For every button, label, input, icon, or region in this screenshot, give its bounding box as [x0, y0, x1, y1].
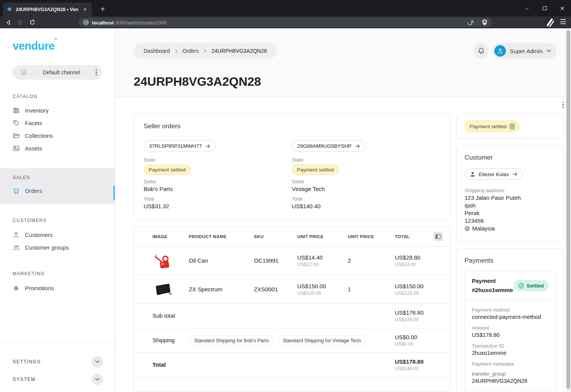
vendure-logo: vendure®: [13, 40, 115, 52]
sidebar-item-promotions[interactable]: Promotions: [0, 282, 115, 294]
product-sku: ZXS0001: [254, 286, 278, 292]
amount: US$178.80: [472, 332, 548, 338]
scrollbar-thumb[interactable]: [566, 30, 570, 389]
sidebar-section-system[interactable]: SYSTEM: [13, 374, 103, 385]
payment-status-badge: Settled: [514, 280, 548, 291]
arrow-right-icon: [205, 144, 210, 149]
folder-icon: [13, 133, 20, 139]
payments-title: Payments: [465, 257, 556, 265]
tab-close-icon[interactable]: ✕: [82, 6, 88, 13]
image-icon: [13, 145, 20, 151]
check-circle-icon: [518, 283, 524, 289]
browser-menu-icon[interactable]: [560, 19, 566, 24]
unit-price-net: US$12.00: [297, 262, 348, 267]
unit-price: US$14.40: [297, 254, 348, 261]
channel-menu-icon[interactable]: [96, 69, 97, 75]
address-line: 123456: [465, 217, 556, 224]
seller-orders-title: Seller orders: [144, 122, 440, 130]
share-icon[interactable]: [467, 20, 474, 25]
metadata-key: transfer_group:: [472, 371, 548, 377]
browser-tab[interactable]: 24URPH8VG3A2QN28 • Vendure ✕: [3, 3, 92, 16]
sidebar-item-label: Inventory: [25, 107, 49, 114]
sidebar-item-customer-groups[interactable]: Customer groups: [0, 241, 115, 254]
state-label: State: [144, 157, 292, 163]
receipt-icon: [510, 124, 515, 129]
chevron-down-icon[interactable]: [92, 356, 103, 368]
quantity: 1: [348, 286, 351, 292]
chevron-right-icon: [204, 49, 206, 53]
seller-order-link[interactable]: 29G88AM9UG5BYSHP: [292, 140, 365, 152]
unit-price-net: US$125.00: [297, 291, 348, 296]
sidebar-item-facets[interactable]: Facets: [0, 117, 115, 129]
breadcrumb-dashboard[interactable]: Dashboard: [144, 48, 170, 54]
shipping-total: US$0.00: [395, 334, 433, 340]
sidebar-item-inventory[interactable]: Inventory: [0, 104, 115, 117]
new-tab-button[interactable]: +: [97, 4, 108, 15]
person-icon: [470, 172, 475, 177]
sidebar-item-collections[interactable]: Collections: [0, 129, 115, 142]
unit-price: US$150.00: [297, 283, 348, 289]
product-name: ZX Spectrum: [189, 286, 223, 292]
total-label: Total: [152, 361, 166, 368]
page-scrollbar[interactable]: [566, 28, 571, 392]
line-total-net: US$24.00: [395, 262, 433, 267]
sidebar-section-settings[interactable]: SETTINGS: [13, 356, 103, 368]
order-state-badge[interactable]: Payment settled: [465, 121, 520, 132]
sidebar-divider: [0, 344, 115, 344]
order-lines-table: IMAGE PRODUCT NAME SKU UNIT PRICE UNIT P…: [134, 227, 450, 392]
brave-shield-icon[interactable]: [482, 19, 488, 26]
breadcrumb-orders[interactable]: Orders: [183, 48, 199, 54]
url-host: localhost: [92, 20, 114, 26]
product-image-oil-can: [154, 252, 172, 270]
tab-title: 24URPH8VG3A2QN28 • Vendure: [16, 7, 79, 12]
sidebar-item-label: Promotions: [25, 285, 54, 291]
minimize-button[interactable]: –: [518, 0, 536, 16]
col-header-image: IMAGE: [134, 227, 189, 246]
total-label: Total: [144, 196, 292, 202]
sidebar-item-assets[interactable]: Assets: [0, 142, 115, 155]
arrow-right-icon: [512, 172, 517, 176]
shipping-label: Shipping: [152, 337, 175, 343]
vendure-favicon-icon: [7, 7, 13, 13]
address-line: Perak: [465, 210, 556, 216]
quantity: 2: [348, 257, 351, 264]
column-settings-button[interactable]: [433, 232, 443, 241]
order-detail-panel: Seller orders 37RLSP95P31MWH77 State Pay…: [115, 96, 571, 392]
profile-avatar-icon[interactable]: [545, 18, 554, 27]
table-row: ZX Spectrum ZXS0001 US$150.00 US$125.00 …: [134, 275, 450, 304]
panel-menu-icon[interactable]: [563, 102, 564, 108]
payment-item: Payment #2huxo1wmme Settled: [465, 271, 556, 392]
arrow-right-icon: [355, 144, 360, 149]
customer-link[interactable]: Eliezer Kulas: [465, 168, 523, 180]
sidebar-item-customers[interactable]: Customers: [0, 229, 115, 241]
back-button[interactable]: [6, 20, 11, 25]
reload-button[interactable]: [29, 20, 35, 25]
col-header-sku: SKU: [254, 227, 297, 246]
sidebar-item-label: Customers: [25, 232, 53, 238]
channel-selector[interactable]: Default channel: [13, 65, 102, 80]
user-menu[interactable]: Super Admin: [492, 43, 557, 59]
avatar: [494, 45, 506, 57]
active-indicator: [113, 186, 115, 200]
globe-icon: [465, 226, 470, 231]
main-content: Dashboard Orders 24URPH8VG3A2QN28: [115, 28, 571, 392]
forward-button[interactable]: [18, 20, 23, 25]
shipping-method-badge: Standard Shipping for Vintage Tech: [277, 335, 366, 346]
channel-label: Default channel: [27, 69, 96, 75]
shipping-row: Shipping Standard Shipping for Bob's Par…: [134, 328, 450, 353]
sidebar-item-orders[interactable]: Orders: [0, 184, 115, 198]
address-bar[interactable]: ! localhost:3000/admin/orders/300: [79, 18, 492, 27]
inventory-icon: [13, 107, 20, 114]
seller-order: 37RLSP95P31MWH77 State Payment settled S…: [144, 140, 292, 209]
chevron-down-icon[interactable]: [92, 374, 103, 385]
close-button[interactable]: ✕: [553, 0, 571, 16]
site-info-icon[interactable]: !: [83, 20, 89, 25]
country: Malaysia: [472, 225, 495, 232]
order-state-card: Payment settled: [456, 114, 564, 139]
product-name: Oil Can: [189, 257, 208, 264]
notifications-button[interactable]: [473, 43, 489, 59]
breadcrumb-current: 24URPH8VG3A2QN28: [211, 48, 267, 54]
sidebar-item-label: Collections: [25, 132, 53, 139]
maximize-button[interactable]: [536, 0, 553, 16]
seller-order-link[interactable]: 37RLSP95P31MWH77: [144, 140, 216, 152]
